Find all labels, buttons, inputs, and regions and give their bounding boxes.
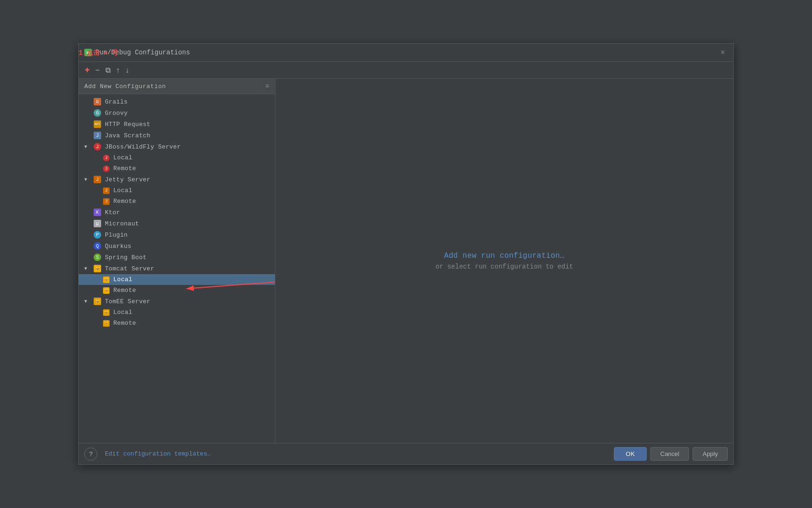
list-item[interactable]: J Local — [79, 152, 275, 163]
grails-icon: G — [94, 98, 101, 105]
list-item[interactable]: K Ktor — [79, 207, 275, 218]
list-item[interactable]: J Local — [79, 185, 275, 196]
run-debug-dialog: ▶ Run/Debug Configurations × 1.点击 + 号 + … — [78, 43, 734, 465]
sidebar-filter-icon[interactable]: ≡ — [266, 82, 269, 90]
item-label: Jetty Server — [105, 176, 150, 183]
tomcat-remote-icon: 🐱 — [103, 287, 110, 294]
close-button[interactable]: × — [718, 47, 728, 58]
tomcat-local-icon: 🐱 — [103, 276, 110, 283]
micronaut-icon: μ — [94, 220, 101, 227]
item-label: Local — [113, 276, 133, 283]
item-label: Groovy — [105, 110, 128, 117]
quarkus-icon: Q — [94, 242, 101, 250]
bottom-bar: ? Edit configuration templates… OK Cance… — [79, 443, 733, 464]
step1-annotation: 1.点击 + 号 — [79, 49, 118, 57]
item-label: TomEE Server — [105, 298, 150, 305]
item-label: Java Scratch — [105, 132, 150, 139]
move-up-button[interactable]: ↑ — [114, 65, 122, 76]
title-bar: ▶ Run/Debug Configurations × — [79, 44, 733, 62]
edit-templates-link[interactable]: Edit configuration templates… — [105, 450, 211, 457]
item-label: Tomcat Server — [105, 265, 154, 272]
toolbar: 1.点击 + 号 + − ⧉ ↑ ↓ — [79, 62, 733, 79]
item-label: Ktor — [105, 209, 120, 216]
jetty-remote-icon: J — [103, 198, 110, 205]
item-label: Quarkus — [105, 243, 132, 250]
bottom-left: ? Edit configuration templates… — [84, 448, 211, 461]
java-icon: J — [94, 132, 101, 139]
item-label: Remote — [113, 287, 136, 294]
item-label: Micronaut — [105, 220, 139, 227]
expand-arrow[interactable]: ▼ — [84, 177, 90, 182]
expand-arrow[interactable]: ▼ — [84, 299, 90, 304]
add-run-config-link[interactable]: Add new run configuration… — [444, 252, 564, 260]
list-item[interactable]: ▼ J JBoss/WildFly Server — [79, 141, 275, 152]
move-down-button[interactable]: ↓ — [123, 65, 132, 76]
sidebar-header: Add New Configuration ≡ — [79, 79, 275, 94]
jetty-icon: J — [94, 176, 101, 183]
jboss-remote-icon: J — [103, 165, 110, 172]
sidebar-list[interactable]: G Grails G Groovy API HTTP Request — [79, 94, 275, 443]
copy-configuration-button[interactable]: ⧉ — [103, 65, 113, 76]
jboss-local-icon: J — [103, 155, 110, 161]
tomcat-local-item[interactable]: 🐱 Local — [79, 274, 275, 285]
list-item[interactable]: P Plugin — [79, 229, 275, 240]
list-item[interactable]: 🐱 Remote — [79, 318, 275, 329]
item-label: HTTP Request — [105, 121, 150, 128]
apply-button[interactable]: Apply — [693, 447, 728, 461]
main-content: Add New Configuration ≡ G Grails G Groov… — [79, 79, 733, 443]
tomcat-remote-item[interactable]: 🐱 Remote — [79, 285, 275, 296]
groovy-icon: G — [94, 109, 101, 117]
list-item[interactable]: API HTTP Request — [79, 119, 275, 130]
item-label: Local — [113, 187, 133, 194]
item-label: JBoss/WildFly Server — [105, 143, 181, 150]
item-label: Remote — [113, 198, 136, 205]
help-button[interactable]: ? — [84, 448, 97, 461]
item-label: Remote — [113, 320, 136, 327]
jetty-local-icon: J — [103, 187, 110, 194]
list-item[interactable]: 🐱 Local — [79, 307, 275, 318]
item-label: Plugin — [105, 232, 128, 239]
list-item[interactable]: S Spring Boot — [79, 252, 275, 263]
list-item[interactable]: ▼ 🐱 Tomcat Server — [79, 263, 275, 274]
tomee-remote-icon: 🐱 — [103, 320, 110, 327]
list-item[interactable]: ▼ J Jetty Server — [79, 174, 275, 185]
item-label: Local — [113, 309, 133, 316]
tomee-local-icon: 🐱 — [103, 309, 110, 316]
ktor-icon: K — [94, 209, 101, 216]
expand-arrow[interactable]: ▼ — [84, 266, 90, 271]
list-item[interactable]: J Java Scratch — [79, 130, 275, 141]
list-item[interactable]: J Remote — [79, 163, 275, 174]
list-item[interactable]: ▼ 🐱 TomEE Server — [79, 296, 275, 307]
tomee-icon: 🐱 — [94, 298, 101, 305]
ok-button[interactable]: OK — [614, 447, 647, 461]
list-item[interactable]: G Groovy — [79, 107, 275, 119]
cancel-button[interactable]: Cancel — [650, 447, 689, 461]
plugin-icon: P — [94, 231, 101, 239]
sidebar-header-text: Add New Configuration — [84, 83, 166, 90]
list-item[interactable]: Q Quarkus — [79, 240, 275, 252]
list-item[interactable]: G Grails — [79, 96, 275, 107]
tomcat-icon: 🐱 — [94, 265, 101, 272]
item-label: Local — [113, 154, 133, 161]
http-icon: API — [94, 120, 101, 128]
sidebar: Add New Configuration ≡ G Grails G Groov… — [79, 79, 275, 443]
sub-text: or select run configuration to edit — [436, 263, 573, 270]
remove-configuration-button[interactable]: − — [93, 65, 102, 76]
spring-icon: S — [94, 254, 101, 261]
expand-arrow[interactable]: ▼ — [84, 144, 90, 149]
list-item[interactable]: μ Micronaut — [79, 218, 275, 229]
item-label: Remote — [113, 165, 136, 172]
jboss-icon: J — [94, 143, 101, 150]
tomcat-section: ▼ 🐱 Tomcat Server 2.选择 Tomcat Server Loc… — [79, 263, 275, 296]
add-configuration-button[interactable]: + — [82, 64, 92, 76]
item-label: Spring Boot — [105, 254, 147, 261]
list-item[interactable]: J Remote — [79, 196, 275, 207]
bottom-buttons: OK Cancel Apply — [614, 447, 728, 461]
right-panel: Add new run configuration… or select run… — [275, 79, 733, 443]
item-label: Grails — [105, 98, 128, 105]
